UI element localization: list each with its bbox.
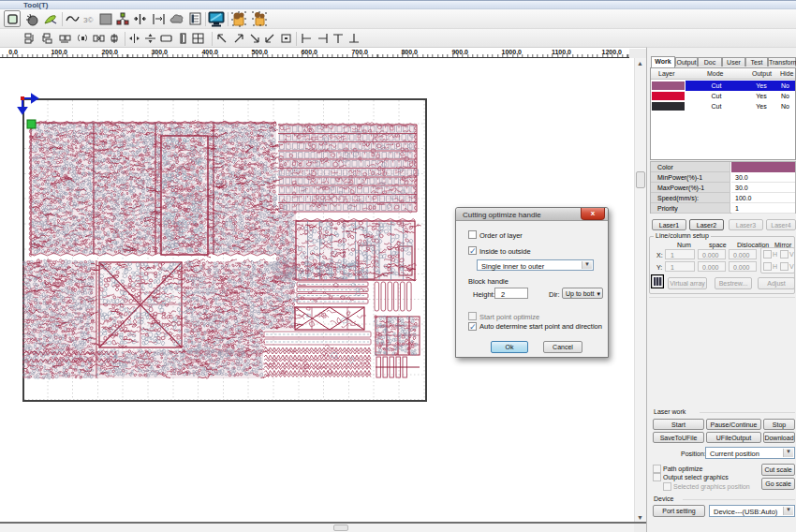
- svg-text:3©: 3©: [83, 16, 93, 24]
